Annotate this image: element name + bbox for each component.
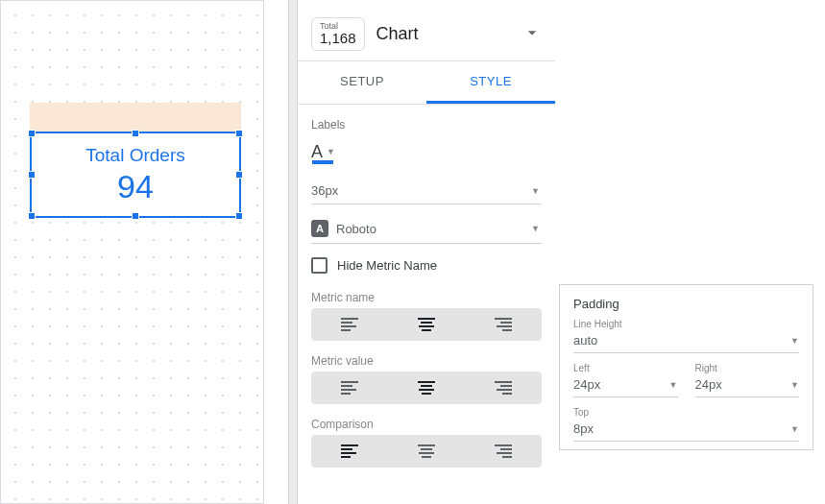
resize-handle-middle-left[interactable] <box>28 171 36 179</box>
align-left-button[interactable] <box>311 308 388 341</box>
font-size-dropdown[interactable]: 36px ▼ <box>311 178 542 204</box>
align-left-icon <box>341 318 358 331</box>
resize-handle-bottom-right[interactable] <box>235 212 243 220</box>
chart-type-title: Chart <box>376 24 511 44</box>
font-family-value: Roboto <box>336 222 376 236</box>
padding-right-label: Right <box>695 363 800 373</box>
metric-name-align-group <box>311 308 542 341</box>
font-color-a-glyph: A <box>311 143 323 160</box>
dropdown-triangle-icon: ▼ <box>790 336 799 346</box>
comparison-align-group <box>311 435 542 468</box>
line-height-dropdown[interactable]: auto ▼ <box>573 330 799 353</box>
properties-panel: Total 1,168 Chart SETUP STYLE Labels A ▼… <box>298 0 555 504</box>
padding-top-label: Top <box>573 407 799 418</box>
padding-right-value: 24px <box>695 377 722 392</box>
align-left-icon <box>341 381 358 395</box>
align-center-button[interactable] <box>388 372 465 404</box>
align-right-button[interactable] <box>465 308 542 341</box>
align-left-button[interactable] <box>311 435 388 468</box>
padding-title: Padding <box>573 297 799 311</box>
font-family-dropdown[interactable]: A Roboto ▼ <box>311 214 542 244</box>
align-right-icon <box>495 318 512 331</box>
hide-metric-name-checkbox[interactable] <box>311 257 328 274</box>
labels-section: Labels A ▼ 36px ▼ A Roboto ▼ Hide Metric… <box>298 105 555 468</box>
scorecard-metric-value: 94 <box>117 168 154 205</box>
align-center-icon <box>418 318 435 331</box>
report-canvas[interactable]: Total Orders 94 <box>0 0 288 504</box>
padding-top-value: 8px <box>573 421 594 436</box>
canvas-panel-divider[interactable] <box>288 0 298 504</box>
chip-value: 1,168 <box>320 31 356 46</box>
line-height-value: auto <box>573 333 597 348</box>
dropdown-triangle-icon: ▼ <box>531 186 540 196</box>
resize-handle-top-right[interactable] <box>235 130 243 137</box>
align-right-icon <box>495 381 512 395</box>
padding-left-value: 24px <box>573 377 600 392</box>
padding-left-dropdown[interactable]: 24px ▼ <box>573 374 678 397</box>
dropdown-triangle-icon: ▼ <box>790 380 799 390</box>
resize-handle-bottom-middle[interactable] <box>132 212 139 220</box>
align-left-icon <box>341 444 358 458</box>
align-left-button[interactable] <box>311 372 388 404</box>
padding-right-dropdown[interactable]: 24px ▼ <box>695 374 800 397</box>
tab-setup[interactable]: SETUP <box>298 61 426 104</box>
dropdown-triangle-icon: ▼ <box>669 380 678 390</box>
header-placeholder-block[interactable] <box>30 103 241 132</box>
font-color-picker[interactable]: A ▼ <box>311 143 335 164</box>
align-right-button[interactable] <box>465 435 542 468</box>
padding-left-label: Left <box>573 363 678 373</box>
labels-heading: Labels <box>311 118 542 132</box>
font-size-value: 36px <box>311 183 338 198</box>
align-center-button[interactable] <box>388 308 465 341</box>
font-badge-icon: A <box>311 220 328 237</box>
line-height-label: Line Height <box>573 319 799 329</box>
metric-value-align-label: Metric value <box>311 354 542 368</box>
scorecard-chart-selected[interactable]: Total Orders 94 <box>30 132 241 218</box>
tab-style[interactable]: STYLE <box>426 61 555 104</box>
align-right-button[interactable] <box>465 372 542 404</box>
resize-handle-top-middle[interactable] <box>132 130 139 137</box>
scorecard-metric-name: Total Orders <box>85 145 184 166</box>
chevron-down-icon <box>522 23 542 45</box>
resize-handle-top-left[interactable] <box>28 130 36 137</box>
dropdown-triangle-icon: ▼ <box>790 424 799 434</box>
align-center-button[interactable] <box>388 435 465 468</box>
align-center-icon <box>418 444 435 458</box>
font-color-swatch <box>312 160 333 164</box>
panel-tabs: SETUP STYLE <box>298 61 555 105</box>
align-center-icon <box>418 381 435 395</box>
dropdown-triangle-icon: ▼ <box>327 147 335 156</box>
metric-name-align-label: Metric name <box>311 291 542 304</box>
metric-value-align-group <box>311 372 542 404</box>
padding-popup: Padding Line Height auto ▼ Left 24px ▼ R… <box>559 284 813 450</box>
align-right-icon <box>495 444 512 458</box>
hide-metric-name-label: Hide Metric Name <box>337 258 437 273</box>
chart-type-selector[interactable]: Total 1,168 Chart <box>298 0 555 61</box>
chart-type-chip-scorecard[interactable]: Total 1,168 <box>311 17 365 51</box>
canvas-page[interactable]: Total Orders 94 <box>0 0 264 504</box>
dropdown-triangle-icon: ▼ <box>531 224 540 233</box>
padding-top-dropdown[interactable]: 8px ▼ <box>573 419 799 442</box>
hide-metric-name-row[interactable]: Hide Metric Name <box>311 244 542 285</box>
comparison-align-label: Comparison <box>311 418 542 431</box>
resize-handle-bottom-left[interactable] <box>28 212 36 220</box>
resize-handle-middle-right[interactable] <box>235 171 243 179</box>
